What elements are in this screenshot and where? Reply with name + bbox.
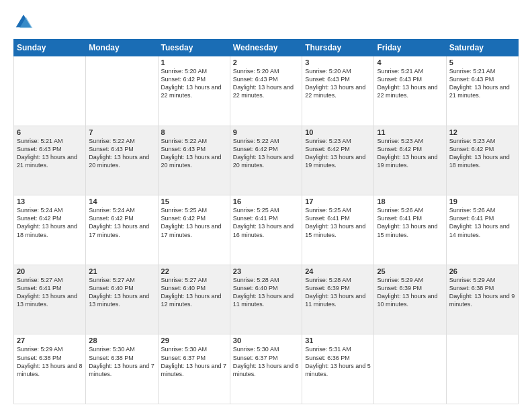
day-number: 26 [449,267,515,275]
weekday-header-saturday: Saturday [446,40,518,56]
day-number: 23 [233,267,299,275]
cell-info: Sunrise: 5:21 AM Sunset: 6:43 PM Dayligh… [449,67,515,100]
calendar-cell: 15Sunrise: 5:25 AM Sunset: 6:42 PM Dayli… [158,195,230,265]
calendar-cell: 10Sunrise: 5:23 AM Sunset: 6:42 PM Dayli… [302,126,374,195]
day-number: 21 [89,267,154,275]
cell-info: Sunrise: 5:20 AM Sunset: 6:43 PM Dayligh… [233,67,299,100]
day-number: 15 [161,197,227,205]
day-number: 2 [233,58,299,66]
calendar-cell: 28Sunrise: 5:30 AM Sunset: 6:38 PM Dayli… [86,334,158,404]
cell-info: Sunrise: 5:27 AM Sunset: 6:40 PM Dayligh… [89,276,154,309]
calendar-cell: 27Sunrise: 5:29 AM Sunset: 6:38 PM Dayli… [14,334,86,404]
week-row-3: 13Sunrise: 5:24 AM Sunset: 6:42 PM Dayli… [14,195,519,265]
day-number: 14 [89,197,154,205]
cell-info: Sunrise: 5:20 AM Sunset: 6:43 PM Dayligh… [305,67,371,100]
day-number: 6 [17,128,83,136]
calendar-cell: 31Sunrise: 5:31 AM Sunset: 6:36 PM Dayli… [302,334,374,404]
calendar-cell [374,334,446,404]
calendar-cell: 7Sunrise: 5:22 AM Sunset: 6:43 PM Daylig… [86,126,158,195]
day-number: 30 [233,336,299,345]
cell-info: Sunrise: 5:30 AM Sunset: 6:37 PM Dayligh… [233,345,299,378]
calendar-cell [86,56,158,126]
day-number: 8 [161,128,227,136]
weekday-header-thursday: Thursday [302,40,374,56]
calendar-cell: 19Sunrise: 5:26 AM Sunset: 6:41 PM Dayli… [446,195,518,265]
calendar-table: SundayMondayTuesdayWednesdayThursdayFrid… [13,39,519,404]
calendar-cell: 14Sunrise: 5:24 AM Sunset: 6:42 PM Dayli… [86,195,158,265]
calendar-cell: 24Sunrise: 5:28 AM Sunset: 6:39 PM Dayli… [302,265,374,334]
cell-info: Sunrise: 5:24 AM Sunset: 6:42 PM Dayligh… [17,206,83,239]
calendar-cell: 4Sunrise: 5:21 AM Sunset: 6:43 PM Daylig… [374,56,446,126]
day-number: 24 [305,267,371,275]
day-number: 13 [17,197,83,205]
cell-info: Sunrise: 5:23 AM Sunset: 6:42 PM Dayligh… [305,137,371,170]
calendar-cell: 13Sunrise: 5:24 AM Sunset: 6:42 PM Dayli… [14,195,86,265]
cell-info: Sunrise: 5:22 AM Sunset: 6:43 PM Dayligh… [89,137,154,170]
cell-info: Sunrise: 5:26 AM Sunset: 6:41 PM Dayligh… [449,206,515,239]
calendar-cell: 21Sunrise: 5:27 AM Sunset: 6:40 PM Dayli… [86,265,158,334]
cell-info: Sunrise: 5:28 AM Sunset: 6:40 PM Dayligh… [233,276,299,309]
cell-info: Sunrise: 5:28 AM Sunset: 6:39 PM Dayligh… [305,276,371,309]
cell-info: Sunrise: 5:24 AM Sunset: 6:42 PM Dayligh… [89,206,154,239]
day-number: 1 [161,58,227,66]
day-number: 11 [377,128,443,136]
cell-info: Sunrise: 5:23 AM Sunset: 6:42 PM Dayligh… [449,137,515,170]
day-number: 28 [89,336,154,345]
calendar-cell: 8Sunrise: 5:22 AM Sunset: 6:43 PM Daylig… [158,126,230,195]
weekday-header-friday: Friday [374,40,446,56]
header [13,12,519,32]
calendar-cell: 9Sunrise: 5:22 AM Sunset: 6:42 PM Daylig… [230,126,302,195]
cell-info: Sunrise: 5:27 AM Sunset: 6:41 PM Dayligh… [17,276,83,309]
cell-info: Sunrise: 5:30 AM Sunset: 6:38 PM Dayligh… [89,345,154,378]
calendar-cell [446,334,518,404]
cell-info: Sunrise: 5:22 AM Sunset: 6:43 PM Dayligh… [161,137,227,170]
week-row-5: 27Sunrise: 5:29 AM Sunset: 6:38 PM Dayli… [14,334,519,404]
cell-info: Sunrise: 5:30 AM Sunset: 6:37 PM Dayligh… [161,345,227,378]
day-number: 3 [305,58,371,66]
day-number: 17 [305,197,371,205]
day-number: 9 [233,128,299,136]
cell-info: Sunrise: 5:21 AM Sunset: 6:43 PM Dayligh… [17,137,83,170]
day-number: 19 [449,197,515,205]
calendar-cell: 23Sunrise: 5:28 AM Sunset: 6:40 PM Dayli… [230,265,302,334]
cell-info: Sunrise: 5:26 AM Sunset: 6:41 PM Dayligh… [377,206,443,239]
weekday-header-sunday: Sunday [14,40,86,56]
cell-info: Sunrise: 5:27 AM Sunset: 6:40 PM Dayligh… [161,276,227,309]
day-number: 29 [161,336,227,345]
cell-info: Sunrise: 5:29 AM Sunset: 6:39 PM Dayligh… [377,276,443,309]
logo [13,12,35,32]
cell-info: Sunrise: 5:29 AM Sunset: 6:38 PM Dayligh… [17,345,83,378]
day-number: 16 [233,197,299,205]
weekday-header-tuesday: Tuesday [158,40,230,56]
week-row-1: 1Sunrise: 5:20 AM Sunset: 6:42 PM Daylig… [14,56,519,126]
calendar-cell: 18Sunrise: 5:26 AM Sunset: 6:41 PM Dayli… [374,195,446,265]
cell-info: Sunrise: 5:23 AM Sunset: 6:42 PM Dayligh… [377,137,443,170]
calendar-cell: 11Sunrise: 5:23 AM Sunset: 6:42 PM Dayli… [374,126,446,195]
cell-info: Sunrise: 5:29 AM Sunset: 6:38 PM Dayligh… [449,276,515,309]
calendar-cell: 16Sunrise: 5:25 AM Sunset: 6:41 PM Dayli… [230,195,302,265]
cell-info: Sunrise: 5:22 AM Sunset: 6:42 PM Dayligh… [233,137,299,170]
calendar-cell: 20Sunrise: 5:27 AM Sunset: 6:41 PM Dayli… [14,265,86,334]
calendar-cell: 30Sunrise: 5:30 AM Sunset: 6:37 PM Dayli… [230,334,302,404]
day-number: 22 [161,267,227,275]
weekday-header-monday: Monday [86,40,158,56]
day-number: 5 [449,58,515,66]
day-number: 27 [17,336,83,345]
calendar-cell: 25Sunrise: 5:29 AM Sunset: 6:39 PM Dayli… [374,265,446,334]
week-row-4: 20Sunrise: 5:27 AM Sunset: 6:41 PM Dayli… [14,265,519,334]
cell-info: Sunrise: 5:31 AM Sunset: 6:36 PM Dayligh… [305,345,371,378]
weekday-header-row: SundayMondayTuesdayWednesdayThursdayFrid… [14,40,519,56]
day-number: 20 [17,267,83,275]
day-number: 7 [89,128,154,136]
day-number: 4 [377,58,443,66]
cell-info: Sunrise: 5:21 AM Sunset: 6:43 PM Dayligh… [377,67,443,100]
calendar-cell: 17Sunrise: 5:25 AM Sunset: 6:41 PM Dayli… [302,195,374,265]
calendar-cell: 26Sunrise: 5:29 AM Sunset: 6:38 PM Dayli… [446,265,518,334]
cell-info: Sunrise: 5:25 AM Sunset: 6:41 PM Dayligh… [305,206,371,239]
calendar-cell: 3Sunrise: 5:20 AM Sunset: 6:43 PM Daylig… [302,56,374,126]
cell-info: Sunrise: 5:25 AM Sunset: 6:42 PM Dayligh… [161,206,227,239]
weekday-header-wednesday: Wednesday [230,40,302,56]
page: SundayMondayTuesdayWednesdayThursdayFrid… [0,0,532,411]
cell-info: Sunrise: 5:20 AM Sunset: 6:42 PM Dayligh… [161,67,227,100]
calendar-cell: 1Sunrise: 5:20 AM Sunset: 6:42 PM Daylig… [158,56,230,126]
